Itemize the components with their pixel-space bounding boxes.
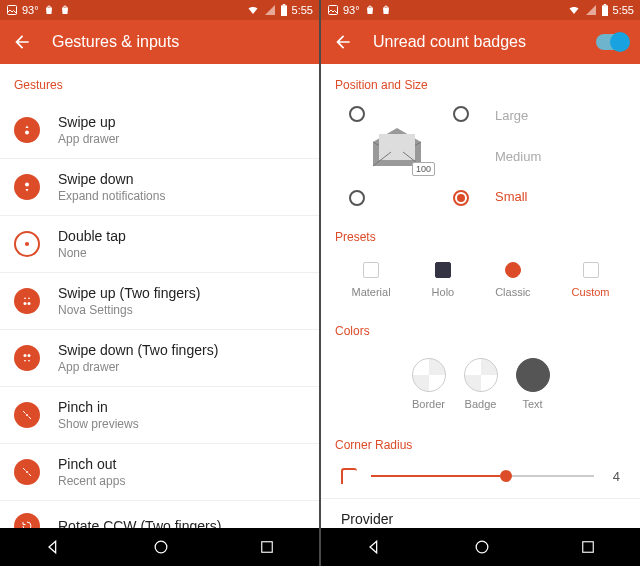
rotate-ccw-icon	[14, 513, 40, 528]
item-title: Rotate CCW (Two fingers)	[58, 518, 221, 528]
envelope-icon: 100	[367, 128, 427, 172]
corner-slider[interactable]	[371, 475, 594, 477]
preset-classic[interactable]: Classic	[495, 262, 530, 298]
position-radio-tr[interactable]	[453, 106, 469, 122]
item-title: Pinch out	[58, 456, 125, 472]
nav-bar	[0, 528, 319, 566]
image-icon	[6, 4, 18, 16]
svg-point-12	[155, 541, 167, 553]
swipe-up-icon	[14, 117, 40, 143]
svg-rect-15	[602, 5, 608, 16]
shop-icon	[59, 4, 71, 16]
color-text[interactable]: Text	[516, 358, 550, 410]
size-small[interactable]: Small	[495, 189, 626, 204]
back-button[interactable]	[333, 32, 353, 52]
signal-icon	[264, 4, 276, 16]
svg-point-10	[26, 414, 28, 416]
svg-point-11	[26, 471, 28, 473]
svg-point-5	[25, 242, 29, 246]
list-item[interactable]: Swipe downExpand notifications	[0, 159, 319, 216]
battery-icon	[601, 4, 609, 16]
list-item[interactable]: Swipe down (Two fingers)App drawer	[0, 330, 319, 387]
position-radio-br[interactable]	[453, 190, 469, 206]
list-item[interactable]: Swipe up (Two fingers)Nova Settings	[0, 273, 319, 330]
master-toggle[interactable]	[596, 34, 628, 50]
time-text: 5:55	[292, 4, 313, 16]
double-tap-icon	[14, 231, 40, 257]
temp-text: 93°	[22, 4, 39, 16]
section-header-position: Position and Size	[321, 64, 640, 102]
svg-rect-14	[329, 6, 338, 15]
nav-home-button[interactable]	[472, 537, 492, 557]
time-text: 5:55	[613, 4, 634, 16]
page-title: Gestures & inputs	[52, 33, 307, 51]
preset-holo[interactable]: Holo	[432, 262, 455, 298]
list-item[interactable]: Double tapNone	[0, 216, 319, 273]
item-sub: Expand notifications	[58, 189, 165, 203]
nav-back-button[interactable]	[44, 537, 64, 557]
battery-icon	[280, 4, 288, 16]
nav-recent-button[interactable]	[579, 538, 597, 556]
position-radio-tl[interactable]	[349, 106, 365, 122]
item-sub: None	[58, 246, 126, 260]
app-bar: Unread count badges	[321, 20, 640, 64]
list-item[interactable]: Pinch inShow previews	[0, 387, 319, 444]
status-bar: 93° 5:55	[321, 0, 640, 20]
back-button[interactable]	[12, 32, 32, 52]
section-header-corner: Corner Radius	[321, 424, 640, 462]
list-item[interactable]: Swipe upApp drawer	[0, 102, 319, 159]
svg-point-4	[25, 183, 29, 187]
pinch-out-icon	[14, 459, 40, 485]
preset-material[interactable]: Material	[351, 262, 390, 298]
color-badge[interactable]: Badge	[464, 358, 498, 410]
corner-value: 4	[608, 469, 620, 484]
item-sub: App drawer	[58, 360, 218, 374]
section-header-colors: Colors	[321, 310, 640, 348]
item-title: Swipe down	[58, 171, 165, 187]
item-title: Swipe down (Two fingers)	[58, 342, 218, 358]
section-header-presets: Presets	[321, 216, 640, 254]
two-finger-down-icon	[14, 345, 40, 371]
item-title: Swipe up	[58, 114, 119, 130]
preset-custom[interactable]: Custom	[572, 262, 610, 298]
shop-icon	[380, 4, 392, 16]
badge-count: 100	[412, 162, 435, 176]
two-finger-up-icon	[14, 288, 40, 314]
size-medium[interactable]: Medium	[495, 149, 626, 164]
item-title: Double tap	[58, 228, 126, 244]
position-radio-bl[interactable]	[349, 190, 365, 206]
item-sub: App drawer	[58, 132, 119, 146]
corner-row: 4	[321, 462, 640, 498]
svg-point-3	[25, 131, 29, 135]
svg-rect-2	[282, 4, 284, 5]
wifi-icon	[567, 4, 581, 16]
svg-rect-19	[582, 542, 593, 553]
svg-point-8	[24, 354, 27, 357]
swipe-down-icon	[14, 174, 40, 200]
item-title: Pinch in	[58, 399, 139, 415]
position-grid: 100	[349, 106, 469, 206]
list-item[interactable]: Rotate CCW (Two fingers)	[0, 501, 319, 528]
signal-icon	[585, 4, 597, 16]
svg-rect-16	[603, 4, 605, 5]
content: Position and Size 100 Large Medium Small…	[321, 64, 640, 528]
nav-back-button[interactable]	[365, 537, 385, 557]
temp-text: 93°	[343, 4, 360, 16]
svg-rect-17	[379, 134, 415, 160]
item-sub: Show previews	[58, 417, 139, 431]
svg-point-9	[28, 354, 31, 357]
color-border[interactable]: Border	[412, 358, 446, 410]
shop-icon	[364, 4, 376, 16]
status-bar: 93° 5:55	[0, 0, 319, 20]
size-large[interactable]: Large	[495, 108, 626, 123]
nav-recent-button[interactable]	[258, 538, 276, 556]
colors-row: Border Badge Text	[321, 348, 640, 424]
position-area: 100 Large Medium Small	[321, 102, 640, 216]
image-icon	[327, 4, 339, 16]
corner-icon	[341, 468, 357, 484]
provider-item[interactable]: Provider TeslaUnread	[321, 498, 640, 528]
page-title: Unread count badges	[373, 33, 596, 51]
svg-point-18	[476, 541, 488, 553]
nav-home-button[interactable]	[151, 537, 171, 557]
list-item[interactable]: Pinch outRecent apps	[0, 444, 319, 501]
